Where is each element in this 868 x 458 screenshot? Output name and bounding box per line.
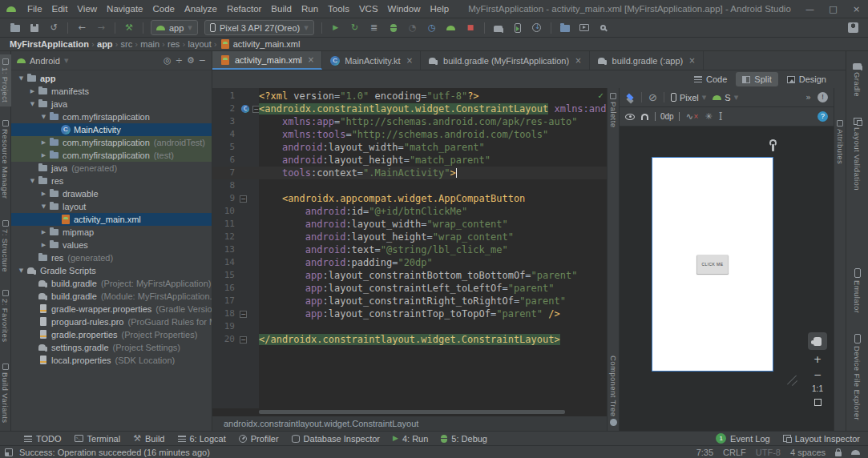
file-encoding[interactable]: UTF-8 bbox=[756, 448, 781, 457]
menu-edit[interactable]: Edit bbox=[47, 4, 73, 14]
code-line-9[interactable]: 9− <androidx.appcompat.widget.AppCompatB… bbox=[212, 192, 607, 205]
code-line-13[interactable]: 13 android:text="@string/lbl_click_me" bbox=[212, 243, 607, 256]
code-line-3[interactable]: 3 xmlns:app="http://schemas.android.com/… bbox=[212, 115, 607, 128]
menu-file[interactable]: File bbox=[22, 4, 47, 14]
tree-item-values[interactable]: ▶values bbox=[11, 239, 212, 251]
fold-marker-icon[interactable]: − bbox=[240, 311, 247, 318]
close-icon[interactable]: × bbox=[688, 56, 695, 65]
toolwindow-terminal[interactable]: Terminal bbox=[75, 434, 121, 444]
tree-item-app[interactable]: ▼app bbox=[11, 72, 212, 85]
code-line-16[interactable]: 16 app:layout_constraintLeft_toLeftOf="p… bbox=[212, 282, 607, 295]
tree-item-settings-gradle-project-settings[interactable]: settings.gradle(Project Settings) bbox=[11, 341, 212, 354]
tree-item-com-myfirstapplication-test[interactable]: ▶com.myfirstapplication(test) bbox=[11, 149, 212, 162]
tree-item-manifests[interactable]: ▶manifests bbox=[11, 85, 212, 98]
code-line-4[interactable]: 4 xmlns:tools="http://schemas.android.co… bbox=[212, 128, 607, 141]
code-line-17[interactable]: 17 app:layout_constraintRight_toRightOf=… bbox=[212, 295, 607, 307]
code-line-19[interactable]: 19 bbox=[212, 320, 607, 333]
tree-item-res-generated[interactable]: res(generated) bbox=[11, 251, 212, 264]
menu-build[interactable]: Build bbox=[266, 4, 297, 14]
clear-constraints-icon[interactable]: ∿ × bbox=[686, 112, 699, 121]
component-tree-tab[interactable]: Component Tree bbox=[609, 356, 618, 426]
toolwindow-5-debug[interactable]: 5: Debug bbox=[441, 434, 487, 444]
chevron-expanded-icon[interactable]: ▼ bbox=[27, 101, 38, 107]
project-view-selector[interactable]: Android bbox=[30, 56, 60, 66]
chevron-collapsed-icon[interactable]: ▶ bbox=[38, 229, 49, 235]
indent-setting[interactable]: 4 spaces bbox=[790, 448, 826, 457]
locate-file-icon[interactable]: ◎ bbox=[164, 56, 172, 65]
attributes-tab[interactable]: Attributes bbox=[836, 120, 845, 164]
tree-item-gradle-wrapper-properties-gradle-version[interactable]: gradle-wrapper.properties(Gradle Version… bbox=[11, 303, 212, 315]
toolwindow-build-variants[interactable]: Build Variants bbox=[0, 360, 11, 428]
toolwindow-device-file-explorer[interactable]: Device File Explorer bbox=[852, 330, 863, 424]
tab-build-gradle-app[interactable]: build.gradle (:app)× bbox=[590, 51, 704, 70]
inspection-ok-icon[interactable]: ✓ bbox=[598, 90, 604, 102]
toolwindow-database-inspector[interactable]: Database Inspector bbox=[292, 434, 380, 444]
close-icon[interactable]: × bbox=[575, 56, 581, 65]
layers-icon[interactable] bbox=[625, 93, 635, 102]
chevron-collapsed-icon[interactable]: ▶ bbox=[38, 152, 49, 159]
menu-tools[interactable]: Tools bbox=[323, 4, 354, 14]
back-icon[interactable]: ← bbox=[73, 20, 91, 36]
breadcrumb-myfirstapplication[interactable]: MyFirstApplication bbox=[10, 39, 89, 49]
mode-design[interactable]: Design bbox=[781, 72, 833, 86]
close-button[interactable]: × bbox=[845, 4, 868, 14]
chevron-collapsed-icon[interactable]: ▶ bbox=[38, 242, 49, 248]
breadcrumb-layout[interactable]: layout bbox=[188, 39, 211, 49]
code-line-8[interactable]: 8 bbox=[212, 179, 607, 192]
menu-vcs[interactable]: VCS bbox=[354, 4, 383, 14]
close-icon[interactable]: × bbox=[406, 56, 413, 65]
default-margin-select[interactable]: 0dp bbox=[655, 112, 680, 121]
build-hammer-icon[interactable]: ⚒ bbox=[120, 20, 138, 36]
code-line-7[interactable]: 7 tools:context=".MainActivity"> bbox=[212, 167, 607, 179]
scrollbar-thumb[interactable] bbox=[259, 410, 565, 414]
toolwindow-layout-inspector[interactable]: Layout Inspector bbox=[783, 433, 860, 444]
tab-build-gradle-myfirstapplication[interactable]: build.gradle (MyFirstApplication)× bbox=[421, 51, 590, 70]
zoom-out-button[interactable]: − bbox=[808, 369, 827, 380]
tree-item-gradle-scripts[interactable]: ▼Gradle Scripts bbox=[11, 264, 212, 277]
run-configurations-icon[interactable]: ≣ bbox=[365, 20, 383, 36]
profiler-icon[interactable]: ◷ bbox=[423, 20, 441, 36]
chevron-expanded-icon[interactable]: ▼ bbox=[16, 75, 26, 82]
design-surface-icon[interactable]: ⊘ bbox=[648, 92, 657, 102]
wrench-icon[interactable] bbox=[772, 144, 774, 151]
chevron-collapsed-icon[interactable]: ▶ bbox=[38, 191, 49, 197]
user-avatar-icon[interactable] bbox=[844, 20, 862, 36]
tab-mainactivity-kt[interactable]: MainActivity.kt× bbox=[322, 51, 421, 70]
menu-code[interactable]: Code bbox=[147, 4, 180, 14]
fold-marker-icon[interactable]: − bbox=[240, 195, 247, 203]
tab-activity-main-xml[interactable]: activity_main.xml× bbox=[212, 51, 322, 70]
tree-item-mipmap[interactable]: ▶mipmap bbox=[11, 226, 212, 239]
toolwindow-layout-validation[interactable]: Layout Validation bbox=[852, 114, 863, 195]
settings-gear-icon[interactable]: ⚙ bbox=[187, 56, 195, 65]
apply-code-changes-icon[interactable] bbox=[442, 20, 460, 36]
tree-item-layout[interactable]: ▼layout bbox=[11, 200, 212, 213]
preview-click-me-button[interactable]: CLICK ME bbox=[697, 255, 729, 274]
menu-view[interactable]: View bbox=[72, 4, 102, 14]
tree-item-java-generated[interactable]: java(generated) bbox=[11, 162, 212, 175]
sdk-manager-icon[interactable] bbox=[528, 20, 546, 36]
tree-item-res[interactable]: ▼res bbox=[11, 175, 212, 187]
sync-gradle-icon[interactable] bbox=[490, 20, 507, 36]
infer-constraints-wand-icon[interactable]: ✳ bbox=[705, 112, 713, 121]
code-line-14[interactable]: 14 android:padding="20dp" bbox=[212, 256, 607, 269]
tree-item-build-gradle-module-myfirstapplication-app[interactable]: build.gradle(Module: MyFirstApplication.… bbox=[11, 290, 212, 303]
code-line-1[interactable]: 1<?xml version="1.0" encoding="utf-8"?> bbox=[212, 90, 607, 102]
run-config-select[interactable]: app▾ bbox=[151, 20, 198, 35]
zoom-to-fit-button[interactable] bbox=[808, 397, 827, 408]
toolwindow-build[interactable]: ⚒Build bbox=[133, 434, 164, 444]
device-manager-icon[interactable] bbox=[509, 20, 527, 36]
menu-analyze[interactable]: Analyze bbox=[180, 4, 222, 14]
chevron-collapsed-icon[interactable]: ▶ bbox=[27, 88, 38, 94]
issues-icon[interactable]: ! bbox=[818, 92, 828, 102]
toolwindow-4-run[interactable]: ▶4: Run bbox=[393, 434, 428, 444]
lock-icon[interactable] bbox=[835, 452, 842, 456]
class-gutter-icon[interactable] bbox=[240, 105, 250, 113]
code-line-10[interactable]: 10 android:id="@+id/btnClickMe" bbox=[212, 205, 607, 218]
line-separator[interactable]: CRLF bbox=[723, 448, 746, 457]
chevron-expanded-icon[interactable]: ▼ bbox=[38, 203, 49, 210]
toolwindow-gradle[interactable]: Gradle bbox=[852, 58, 863, 101]
tree-item-proguard-rules-pro-proguard-rules-for-myfirstapplication[interactable]: proguard-rules.pro(ProGuard Rules for My… bbox=[11, 315, 212, 328]
resize-handle-icon[interactable] bbox=[785, 373, 798, 386]
menu-window[interactable]: Window bbox=[383, 4, 426, 14]
chevron-expanded-icon[interactable]: ▼ bbox=[27, 178, 38, 184]
